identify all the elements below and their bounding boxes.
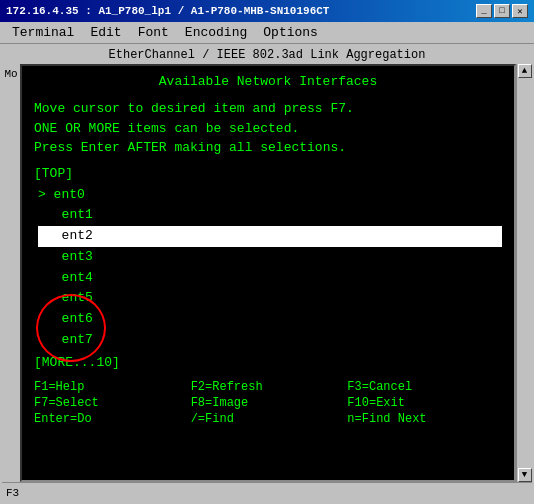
instruction-1: Move cursor to desired item and press F7… [34, 99, 502, 158]
fkey-find-next[interactable]: n=Find Next [347, 412, 502, 426]
content-row: Mo Available Network Interfaces Move cur… [2, 64, 532, 482]
interface-ent6[interactable]: ent6 [38, 309, 502, 330]
fkey-f10[interactable]: F10=Exit [347, 396, 502, 410]
minimize-button[interactable]: _ [476, 4, 492, 18]
menu-options[interactable]: Options [255, 23, 326, 42]
terminal-wrapper: EtherChannel / IEEE 802.3ad Link Aggrega… [0, 44, 534, 504]
left-indicator: Mo [2, 64, 20, 482]
close-button[interactable]: ✕ [512, 4, 528, 18]
more-label: [MORE...10] [34, 355, 502, 370]
interface-list: > ent0 ent1 ent2 ent3 ent4 ent5 ent6 ent… [38, 185, 502, 351]
mo-indicator: Mo [4, 68, 17, 80]
bottom-text: F3 [6, 487, 19, 499]
interface-ent1[interactable]: ent1 [38, 205, 502, 226]
fkey-f1[interactable]: F1=Help [34, 380, 189, 394]
top-label: [TOP] [34, 166, 502, 181]
bottom-bar: F3 [2, 482, 532, 502]
interface-ent3[interactable]: ent3 [38, 247, 502, 268]
terminal-title: Available Network Interfaces [34, 74, 502, 89]
title-bar: 172.16.4.35 : A1_P780_lp1 / A1-P780-MHB-… [0, 0, 534, 22]
fkey-f7[interactable]: F7=Select [34, 396, 189, 410]
interface-ent5[interactable]: ent5 [38, 288, 502, 309]
maximize-button[interactable]: □ [494, 4, 510, 18]
window-controls: _ □ ✕ [476, 4, 528, 18]
scroll-down-button[interactable]: ▼ [518, 468, 532, 482]
interface-ent2[interactable]: ent2 [38, 226, 502, 247]
scrollbar[interactable]: ▲ ▼ [516, 64, 532, 482]
menu-font[interactable]: Font [130, 23, 177, 42]
menu-edit[interactable]: Edit [82, 23, 129, 42]
interface-ent7[interactable]: ent7 [38, 330, 502, 351]
bottom-status: F3 [6, 487, 19, 499]
menu-bar: Terminal Edit Font Encoding Options [0, 22, 534, 44]
window-title: 172.16.4.35 : A1_P780_lp1 / A1-P780-MHB-… [6, 5, 329, 17]
function-keys: F1=Help F2=Refresh F3=Cancel F7=Select F… [34, 380, 502, 426]
interface-ent0[interactable]: > ent0 [38, 185, 502, 206]
terminal-box[interactable]: Available Network Interfaces Move cursor… [20, 64, 516, 482]
interface-ent4[interactable]: ent4 [38, 268, 502, 289]
fkey-f2[interactable]: F2=Refresh [191, 380, 346, 394]
menu-encoding[interactable]: Encoding [177, 23, 255, 42]
fkey-f3[interactable]: F3=Cancel [347, 380, 502, 394]
menu-terminal[interactable]: Terminal [4, 23, 82, 42]
scroll-up-button[interactable]: ▲ [518, 64, 532, 78]
main-header: EtherChannel / IEEE 802.3ad Link Aggrega… [2, 46, 532, 64]
fkey-enter[interactable]: Enter=Do [34, 412, 189, 426]
fkey-f8[interactable]: F8=Image [191, 396, 346, 410]
fkey-find[interactable]: /=Find [191, 412, 346, 426]
